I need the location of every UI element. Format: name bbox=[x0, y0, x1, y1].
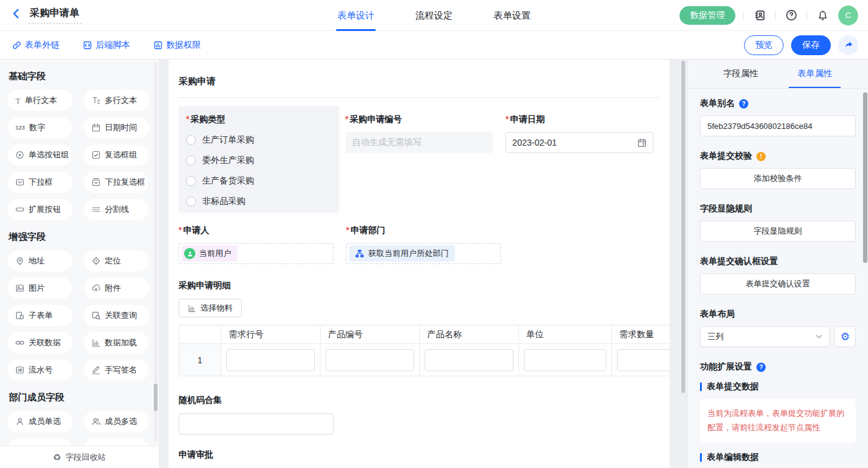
radio-option[interactable]: 非标品采购 bbox=[186, 196, 332, 207]
sidebar-scrollbar-thumb[interactable] bbox=[154, 384, 157, 411]
divider bbox=[775, 11, 776, 20]
field-item-related-data[interactable]: 关联数据 bbox=[7, 332, 73, 353]
cell-input-product-name[interactable] bbox=[425, 349, 513, 371]
field-item-serial-number[interactable]: 流水号 bbox=[7, 360, 73, 381]
field-recycle-bin[interactable]: ♻ 字段回收站 bbox=[0, 446, 159, 468]
field-purchase-no[interactable]: *采购申请编号 自动生成无需填写 bbox=[339, 106, 500, 213]
apply-date-input[interactable]: 2023-02-01 bbox=[505, 132, 653, 153]
field-item-subform[interactable]: 子表单 bbox=[7, 305, 73, 326]
field-item-member-multi[interactable]: 成员多选 bbox=[84, 411, 149, 432]
cell-input-req-qty[interactable] bbox=[617, 349, 670, 371]
purchase-detail-label: 采购申请明细 bbox=[179, 280, 660, 291]
divider-icon bbox=[92, 205, 100, 214]
field-item-member-single[interactable]: 成员单选 bbox=[7, 411, 73, 432]
radio-option[interactable]: 委外生产采购 bbox=[186, 155, 332, 166]
cell-input-product-no[interactable] bbox=[326, 349, 414, 371]
field-item-multi-line-text[interactable]: 多行文本 bbox=[84, 90, 149, 111]
visibility-rules-button[interactable]: 字段显隐规则 bbox=[700, 221, 856, 242]
field-item-related-query[interactable]: 关联查询 bbox=[84, 305, 149, 326]
field-applicant[interactable]: *申请人 当前用户 bbox=[179, 225, 340, 264]
field-item-dropdown[interactable]: 下拉框 bbox=[7, 172, 73, 193]
tab-field-properties[interactable]: 字段属性 bbox=[719, 60, 763, 88]
layout-settings-button[interactable]: ⚙ bbox=[835, 326, 856, 347]
cell-input-unit[interactable] bbox=[524, 349, 606, 371]
field-item-radio-group[interactable]: 单选按钮组 bbox=[7, 144, 73, 166]
dropdown-icon bbox=[16, 178, 24, 187]
help-question-icon[interactable]: ? bbox=[739, 99, 748, 108]
field-apply-dept[interactable]: *申请部门 获取当前用户所处部门 bbox=[340, 225, 501, 264]
field-item-address[interactable]: 地址 bbox=[7, 250, 73, 272]
field-item-image[interactable]: 图片 bbox=[7, 278, 73, 299]
tab-form-properties[interactable]: 表单属性 bbox=[792, 60, 837, 88]
properties-tabs: 字段属性 表单属性 bbox=[688, 60, 868, 89]
help-question-icon[interactable]: ? bbox=[756, 363, 766, 372]
header-right: 数据管理 C bbox=[680, 6, 868, 25]
form-section-title: 采购申请 bbox=[179, 60, 660, 87]
field-item-datetime[interactable]: 日期时间 bbox=[84, 117, 149, 138]
field-item-extend-button[interactable]: 扩展按钮 bbox=[7, 199, 73, 220]
field-apply-date[interactable]: *申请日期 2023-02-01 bbox=[499, 106, 660, 213]
form-alias-input[interactable]: 5feb2379d54360802186ce84 bbox=[700, 115, 856, 136]
applicant-value-box[interactable]: 当前用户 bbox=[179, 243, 334, 264]
panel-scrollbar-thumb[interactable] bbox=[863, 92, 867, 263]
field-item-divider[interactable]: 分割线 bbox=[84, 199, 149, 220]
field-item-dropdown-multi[interactable]: 下拉复选框 bbox=[84, 172, 149, 193]
random-code-input[interactable] bbox=[179, 413, 334, 435]
purchase-no-input[interactable]: 自动生成无需填写 bbox=[345, 132, 494, 153]
data-manage-button[interactable]: 数据管理 bbox=[680, 6, 735, 25]
field-item-number[interactable]: 123数字 bbox=[7, 117, 73, 138]
column-header: 需求行号 bbox=[221, 325, 321, 344]
bar-chart-icon bbox=[92, 338, 100, 347]
user-avatar[interactable]: C bbox=[838, 6, 858, 25]
field-item-checkbox-group[interactable]: 复选框组 bbox=[84, 144, 149, 166]
column-header: 需求数量 bbox=[612, 325, 670, 344]
field-item-data-load[interactable]: 数据加载 bbox=[84, 332, 149, 353]
person-icon bbox=[16, 417, 24, 426]
confirm-box-button[interactable]: 表单提交确认设置 bbox=[700, 273, 856, 294]
canvas-scrollbar-thumb[interactable] bbox=[681, 61, 685, 393]
radio-circle[interactable] bbox=[186, 176, 196, 186]
preview-button[interactable]: 预览 bbox=[744, 35, 784, 55]
divider bbox=[179, 97, 660, 98]
field-item-signature[interactable]: 手写签名 bbox=[84, 360, 149, 381]
tab-flow-setting[interactable]: 流程设定 bbox=[414, 0, 454, 31]
radio-option[interactable]: 生产备货采购 bbox=[186, 175, 332, 187]
tab-form-design[interactable]: 表单设计 bbox=[336, 0, 376, 31]
section-title-basic-fields: 基础字段 bbox=[9, 71, 159, 82]
back-icon[interactable] bbox=[11, 8, 21, 19]
layout-select[interactable]: 三列 bbox=[700, 326, 830, 347]
radio-circle[interactable] bbox=[186, 196, 196, 206]
field-purchase-detail[interactable]: 采购申请明细 选择物料 需求行号 产品编号 产品名称 bbox=[179, 280, 660, 376]
radio-option[interactable]: 生产订单采购 bbox=[186, 135, 332, 146]
contact-book-icon[interactable] bbox=[752, 8, 767, 23]
page-title[interactable]: 采购申请单 bbox=[29, 7, 82, 24]
visibility-rules-label: 字段显隐规则 bbox=[700, 203, 752, 214]
tab-form-setting[interactable]: 表单设置 bbox=[492, 0, 532, 31]
confirm-box-label: 表单提交确认框设置 bbox=[700, 256, 778, 267]
field-item-single-line-text[interactable]: T单行文本 bbox=[7, 90, 73, 111]
apply-date-label: 申请日期 bbox=[510, 114, 545, 124]
serial-number-icon bbox=[16, 366, 24, 374]
save-button[interactable]: 保存 bbox=[791, 35, 831, 55]
random-code-label: 随机码合集 bbox=[179, 395, 660, 406]
form-alias-label: 表单别名 bbox=[700, 98, 735, 109]
add-validation-button[interactable]: 添加校验条件 bbox=[700, 168, 856, 189]
field-purchase-type[interactable]: *采购类型 生产订单采购 委外生产采购 生产备货采购 非标品采购 bbox=[179, 106, 339, 213]
form-toolbar: 表单外链 后端脚本 数据权限 预览 保存 bbox=[0, 31, 868, 60]
select-material-button[interactable]: 选择物料 bbox=[179, 299, 242, 317]
field-approval-section[interactable]: 申请审批 bbox=[179, 449, 660, 468]
radio-circle[interactable] bbox=[186, 135, 196, 145]
share-button[interactable] bbox=[838, 35, 858, 55]
apply-dept-value-box[interactable]: 获取当前用户所处部门 bbox=[346, 243, 501, 264]
help-icon[interactable] bbox=[784, 8, 799, 23]
field-random-code[interactable]: 随机码合集 bbox=[179, 395, 660, 435]
form-external-link[interactable]: 表单外链 bbox=[12, 40, 60, 51]
field-item-location[interactable]: 定位 bbox=[84, 250, 149, 272]
field-item-attachment[interactable]: 附件 bbox=[84, 278, 149, 299]
detail-table-wrap: 需求行号 产品编号 产品名称 单位 需求数量 1 bbox=[179, 325, 670, 376]
data-permission-link[interactable]: 数据权限 bbox=[154, 40, 201, 51]
radio-circle[interactable] bbox=[186, 156, 196, 166]
cell-input-req-line-no[interactable] bbox=[226, 349, 315, 371]
backend-script-link[interactable]: 后端脚本 bbox=[83, 40, 130, 51]
notification-bell-icon[interactable] bbox=[815, 8, 830, 23]
